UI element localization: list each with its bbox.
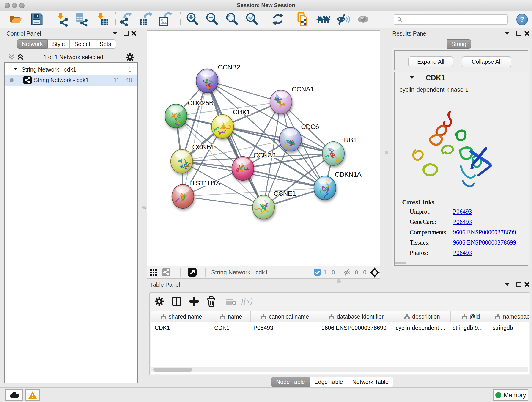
table-cell[interactable]: CDK1 bbox=[152, 322, 211, 333]
delete-column-trash-icon[interactable] bbox=[206, 296, 216, 307]
help-button[interactable]: ? bbox=[516, 14, 528, 25]
network-node-CDKN1A[interactable]: CDKN1A bbox=[314, 171, 361, 203]
refresh-icon[interactable] bbox=[271, 12, 285, 27]
open-session-icon[interactable] bbox=[8, 12, 23, 27]
network-node-CCNA1[interactable]: CCNA1 bbox=[270, 85, 314, 114]
table-cell[interactable]: P06493 bbox=[250, 322, 318, 333]
right-splitter-handle[interactable] bbox=[385, 151, 388, 154]
node-label-CCNE1: CCNE1 bbox=[273, 190, 296, 197]
column-header-description[interactable]: description bbox=[393, 311, 451, 322]
export-image-icon[interactable] bbox=[158, 12, 173, 27]
control-panel-close-icon[interactable] bbox=[131, 31, 137, 36]
collapse-all-chevron-icon[interactable] bbox=[8, 53, 16, 61]
table-panel-close-icon[interactable] bbox=[524, 282, 530, 287]
control-panel-menu-icon[interactable] bbox=[113, 32, 117, 35]
table-hscrollbar-thumb[interactable] bbox=[153, 368, 192, 371]
network-edge-CCNB2-CCNE1[interactable] bbox=[207, 81, 264, 207]
results-panel-menu-icon[interactable] bbox=[505, 32, 510, 35]
open-in-window-icon[interactable] bbox=[188, 268, 196, 277]
crosslink-pharos-link[interactable]: P06493 bbox=[453, 249, 472, 256]
table-cell[interactable]: CDK1 bbox=[211, 322, 250, 333]
column-header-database-identifier[interactable]: database identifier bbox=[319, 311, 393, 322]
zoom-fit-icon[interactable] bbox=[225, 12, 239, 27]
zoom-selected-icon[interactable] bbox=[245, 12, 259, 27]
collection-collapse-icon[interactable] bbox=[14, 68, 18, 70]
left-splitter-handle[interactable] bbox=[142, 206, 146, 210]
bottom-splitter-handle[interactable] bbox=[337, 279, 341, 283]
tab-network[interactable]: Network bbox=[17, 39, 48, 49]
table-cell[interactable]: stringdb bbox=[489, 322, 529, 333]
tab-select[interactable]: Select bbox=[70, 39, 95, 49]
network-edge-CCNE1-HIST1H1A[interactable] bbox=[183, 196, 264, 207]
gene-description: cyclin-dependent kinase 1 bbox=[399, 86, 469, 93]
tab-style[interactable]: Style bbox=[48, 39, 70, 49]
warning-button[interactable] bbox=[25, 389, 40, 401]
add-column-icon[interactable] bbox=[189, 296, 199, 306]
collection-label: String Network - cdk1 bbox=[22, 66, 76, 73]
network-node-HIST1H1A[interactable]: HIST1H1A bbox=[172, 179, 220, 208]
column-header-namespace[interactable]: namespace bbox=[491, 311, 529, 322]
cloud-button[interactable] bbox=[6, 389, 23, 401]
expand-all-chevron-icon[interactable] bbox=[17, 53, 24, 61]
expand-all-button[interactable]: Expand All bbox=[408, 56, 453, 67]
share-document-icon[interactable] bbox=[296, 12, 310, 27]
table-row[interactable]: CDK1CDK1P064939606.ENSP00000378699cyclin… bbox=[152, 322, 529, 333]
results-hscrollbar-thumb[interactable] bbox=[395, 262, 406, 264]
network-collection-row[interactable]: String Network - cdk1 1 bbox=[5, 65, 138, 75]
table-panel-float-icon[interactable] bbox=[516, 282, 521, 287]
table-header-row: shared namenamecanonical namedatabase id… bbox=[152, 311, 529, 322]
crosslink-compartments-link[interactable]: 9606.ENSP00000378699 bbox=[453, 229, 516, 236]
birds-eye-crosshair-icon[interactable] bbox=[370, 268, 380, 278]
hidden-eye-slash-icon[interactable] bbox=[343, 269, 352, 276]
export-table-icon[interactable] bbox=[139, 12, 153, 27]
grid-view-icon[interactable] bbox=[150, 269, 157, 276]
control-panel-title: Control Panel bbox=[6, 30, 41, 37]
column-header-shared-name[interactable]: shared name bbox=[152, 311, 211, 322]
tab-network-table[interactable]: Network Table bbox=[348, 377, 393, 387]
memory-button[interactable]: Memory bbox=[493, 389, 528, 401]
table-cell[interactable]: cyclin-dependent ... bbox=[393, 322, 450, 333]
import-table-icon[interactable] bbox=[95, 12, 110, 27]
save-session-icon[interactable] bbox=[29, 12, 44, 27]
crosslink-tissues-link[interactable]: 9606.ENSP00000378699 bbox=[453, 239, 516, 246]
network-node-CCNE1[interactable]: CCNE1 bbox=[253, 190, 296, 219]
selected-checkbox-icon[interactable] bbox=[314, 269, 321, 276]
results-panel-float-icon[interactable] bbox=[516, 31, 521, 36]
network-node-CCNB1[interactable]: CCNB1 bbox=[171, 143, 215, 173]
tab-string[interactable]: String bbox=[447, 39, 471, 49]
import-database-icon[interactable] bbox=[74, 12, 89, 27]
column-header-canonical-name[interactable]: canonical name bbox=[251, 311, 319, 322]
network-row-selected[interactable]: String Network - cdk1 11 48 bbox=[5, 75, 138, 86]
table-settings-gear-icon[interactable] bbox=[154, 296, 164, 306]
zoom-out-icon[interactable] bbox=[205, 12, 220, 27]
export-network-icon[interactable] bbox=[119, 12, 134, 27]
crosslink-uniprot-link[interactable]: P06493 bbox=[453, 208, 472, 215]
table-cell[interactable]: 9606.ENSP00000378699 bbox=[318, 322, 393, 333]
column-header-name[interactable]: name bbox=[211, 311, 251, 322]
gene-collapse-icon[interactable] bbox=[410, 76, 414, 79]
table-cell[interactable]: stringdb:9... bbox=[450, 322, 489, 333]
show-all-eye-icon[interactable] bbox=[356, 12, 371, 27]
results-panel-close-icon[interactable] bbox=[524, 31, 530, 36]
column-header-@id[interactable]: @id bbox=[451, 311, 491, 322]
tab-node-table[interactable]: Node Table bbox=[271, 377, 310, 387]
network-options-gear-icon[interactable] bbox=[126, 53, 135, 62]
import-network-icon[interactable] bbox=[55, 12, 70, 27]
results-panel-title: Results Panel bbox=[392, 30, 428, 37]
search-field[interactable] bbox=[394, 14, 508, 25]
crosslink-genecard-link[interactable]: P06493 bbox=[453, 218, 472, 225]
tab-edge-table[interactable]: Edge Table bbox=[310, 377, 348, 387]
network-overview-houses-icon[interactable] bbox=[316, 12, 331, 27]
network-canvas[interactable]: CCNB2CCNA1CDC25BCDK1CDC6RB1CCNB1CCNA2CDK… bbox=[147, 31, 380, 266]
zoom-in-icon[interactable] bbox=[185, 12, 200, 27]
collapse-all-button[interactable]: Collapse All bbox=[462, 56, 511, 67]
status-bar: Memory bbox=[0, 387, 532, 402]
network-node-RB1[interactable]: RB1 bbox=[322, 136, 357, 166]
table-hscrollbar[interactable] bbox=[152, 367, 528, 372]
control-panel-float-icon[interactable] bbox=[124, 31, 129, 36]
show-columns-icon[interactable] bbox=[172, 296, 182, 306]
tab-sets[interactable]: Sets bbox=[95, 39, 116, 49]
hide-selected-eye-slash-icon[interactable] bbox=[336, 12, 351, 27]
table-panel-menu-icon[interactable] bbox=[505, 283, 510, 286]
search-input[interactable] bbox=[405, 16, 507, 23]
